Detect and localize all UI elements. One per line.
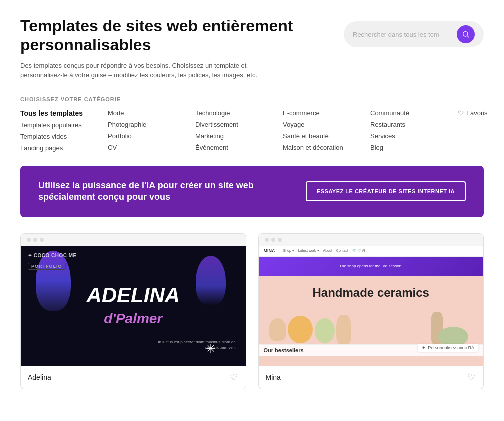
- category-col-2: Mode Photographie Portfolio CV: [108, 109, 195, 152]
- browser-bar: [21, 234, 246, 246]
- search-icon: [462, 30, 470, 38]
- card-name-adelina: Adelina: [28, 373, 51, 381]
- browser-dot-3: [278, 238, 282, 242]
- search-button[interactable]: [457, 25, 475, 43]
- ai-creator-button[interactable]: ESSAYEZ LE CRÉATEUR DE SITES INTERNET IA: [306, 181, 466, 201]
- category-item[interactable]: Marketing: [195, 132, 283, 140]
- adelina-preview: ADELINA d'Palmer ✦ COCO CHOC ME PORTFOLI…: [21, 246, 246, 366]
- category-col-6: ♡ Favoris: [458, 109, 488, 152]
- template-card-adelina[interactable]: ADELINA d'Palmer ✦ COCO CHOC ME PORTFOLI…: [20, 233, 246, 389]
- favoris-label: Favoris: [466, 109, 488, 117]
- category-item[interactable]: Divertissement: [195, 121, 283, 128]
- category-item[interactable]: Maison et décoration: [283, 144, 370, 151]
- mina-hero-strip: The shop opens for the 3rd season!: [259, 257, 484, 276]
- favorite-button-mina[interactable]: ♡: [466, 371, 476, 384]
- search-bar: [344, 21, 484, 47]
- header-text: Templates de sites web entièrement perso…: [20, 16, 300, 80]
- ceramic-shape-4: [336, 315, 351, 345]
- heart-icon: ♡: [458, 109, 464, 117]
- wand-icon: ✦: [422, 345, 426, 350]
- category-grid: Tous les templates Templates populaires …: [20, 109, 484, 152]
- portfolio-tag: PORTFOLIO: [28, 263, 66, 270]
- category-item[interactable]: Voyage: [283, 121, 370, 128]
- category-col-4: E-commerce Voyage Santé et beauté Maison…: [283, 109, 370, 152]
- favoris-item[interactable]: ♡ Favoris: [458, 109, 488, 117]
- adelina-background: ADELINA d'Palmer ✦ COCO CHOC ME PORTFOLI…: [21, 246, 246, 366]
- page-title: Templates de sites web entièrement perso…: [20, 16, 300, 55]
- category-item[interactable]: Templates populaires: [20, 121, 108, 129]
- ai-banner-text: Utilisez la puissance de l'IA pour créer…: [38, 180, 298, 203]
- category-item[interactable]: Photographie: [108, 121, 195, 128]
- ceramic-shape-1: [269, 318, 286, 341]
- personalize-text: Personnalisez avec l'IA: [428, 345, 474, 350]
- small-text: In luctus est placerat diam faucibus dia…: [156, 339, 236, 350]
- browser-bar-mina: [259, 234, 484, 246]
- mina-content-area: Handmade ceramics Our bestsellers ✦ Pers…: [259, 276, 484, 356]
- logo-tag: ✦ COCO CHOC ME: [28, 253, 77, 258]
- browser-dot-1: [265, 238, 269, 242]
- mina-header-bar: MINA Shop ▾ Latest work ▾ About Contact …: [259, 246, 484, 257]
- category-item[interactable]: Tous les templates: [20, 109, 108, 117]
- ceramics-title-container: Handmade ceramics: [259, 286, 484, 300]
- category-item[interactable]: Communauté: [370, 109, 458, 117]
- category-label: CHOISISSEZ VOTRE CATÉGORIE: [20, 96, 484, 102]
- templates-grid: ADELINA d'Palmer ✦ COCO CHOC ME PORTFOLI…: [20, 233, 484, 389]
- mina-preview: MINA Shop ▾ Latest work ▾ About Contact …: [259, 246, 484, 366]
- card-name-mina: Mina: [266, 373, 281, 381]
- flame-left: [36, 251, 71, 311]
- personalize-badge[interactable]: ✦ Personnalisez avec l'IA: [418, 344, 478, 352]
- svg-line-1: [467, 36, 469, 37]
- adelina-title: ADELINA d'Palmer: [86, 285, 180, 327]
- flame-right: [196, 256, 226, 306]
- star-icon: ✳: [206, 342, 216, 356]
- card-footer-adelina: Adelina ♡: [21, 366, 246, 389]
- category-item[interactable]: Landing pages: [20, 144, 108, 152]
- category-section: CHOISISSEZ VOTRE CATÉGORIE Tous les temp…: [20, 96, 484, 152]
- mina-nav: Shop ▾ Latest work ▾ About Contact 🛒 ♡ V…: [283, 249, 365, 253]
- ai-banner: Utilisez la puissance de l'IA pour créer…: [20, 166, 484, 217]
- mina-logo: MINA: [264, 248, 275, 253]
- mina-hero-text: The shop opens for the 3rd season!: [339, 264, 402, 268]
- svg-point-0: [463, 32, 468, 36]
- category-item[interactable]: E-commerce: [283, 109, 370, 117]
- ceramic-shape-2: [288, 316, 313, 343]
- category-item[interactable]: Templates vides: [20, 133, 108, 140]
- category-item[interactable]: Portfolio: [108, 132, 195, 140]
- category-col-3: Technologie Divertissement Marketing Évè…: [195, 109, 283, 152]
- category-item[interactable]: Technologie: [195, 109, 283, 117]
- category-col-1: Tous les templates Templates populaires …: [20, 109, 108, 152]
- ceramics-title: Handmade ceramics: [313, 286, 429, 299]
- browser-dot-2: [271, 238, 275, 242]
- category-item[interactable]: Santé et beauté: [283, 132, 370, 140]
- bestsellers-text: Our bestsellers: [264, 347, 304, 353]
- category-item[interactable]: Services: [370, 132, 458, 140]
- category-item[interactable]: Restaurants: [370, 121, 458, 128]
- search-input[interactable]: [353, 31, 453, 38]
- browser-dot-1: [27, 238, 31, 242]
- browser-dot-3: [40, 238, 44, 242]
- category-col-5: Communauté Restaurants Services Blog: [370, 109, 458, 152]
- card-footer-mina: Mina ♡: [259, 366, 484, 389]
- category-item[interactable]: Évènement: [195, 144, 283, 151]
- template-card-mina[interactable]: MINA Shop ▾ Latest work ▾ About Contact …: [258, 233, 484, 389]
- category-item[interactable]: Blog: [370, 144, 458, 151]
- page-subtitle: Des templates conçus pour répondre à vos…: [20, 61, 270, 80]
- category-item[interactable]: Mode: [108, 109, 195, 117]
- category-item[interactable]: CV: [108, 144, 195, 151]
- ceramic-shape-3: [315, 318, 335, 343]
- favorite-button-adelina[interactable]: ♡: [229, 371, 239, 384]
- browser-dot-2: [33, 238, 37, 242]
